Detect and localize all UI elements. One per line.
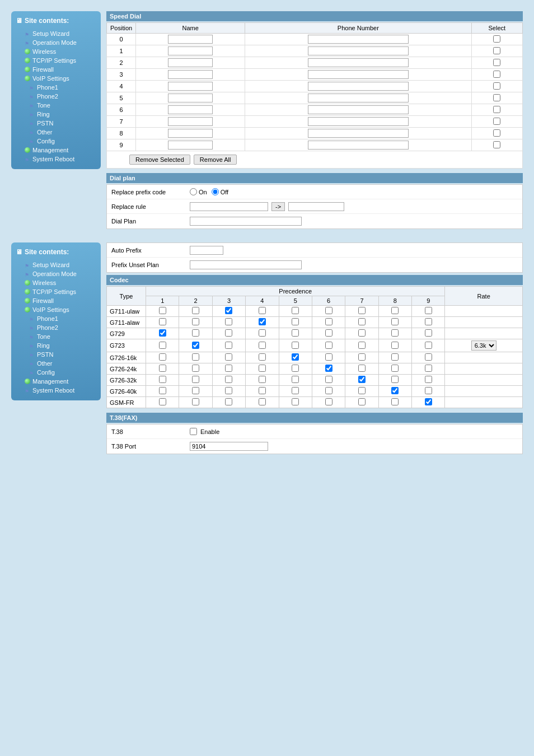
codec-rate-select[interactable]: 6.3k 5.3k	[471, 340, 496, 351]
name-input[interactable]	[168, 94, 213, 102]
codec-checkbox-4-6[interactable]	[358, 353, 366, 361]
codec-checkbox-2-4[interactable]	[292, 329, 299, 337]
replace-rule-input2[interactable]	[288, 202, 344, 211]
codec-checkbox-0-2[interactable]	[225, 307, 232, 314]
codec-checkbox-5-7[interactable]	[391, 365, 399, 372]
sidebar-item-operation-mode[interactable]: Operation Mode	[16, 38, 96, 47]
codec-checkbox-4-5[interactable]	[325, 353, 332, 361]
sidebar-item-system-reboot[interactable]: System Reboot	[16, 155, 96, 164]
codec-checkbox-8-4[interactable]	[292, 398, 299, 405]
sidebar-item-phone1[interactable]: Phone1	[16, 83, 96, 92]
codec-checkbox-0-0[interactable]	[159, 307, 166, 314]
codec-checkbox-3-5[interactable]	[325, 342, 332, 349]
codec-checkbox-8-1[interactable]	[192, 398, 199, 405]
codec-checkbox-2-3[interactable]	[259, 329, 266, 337]
auto-prefix-input[interactable]	[190, 246, 223, 255]
codec-checkbox-7-2[interactable]	[225, 387, 232, 394]
codec-checkbox-5-2[interactable]	[225, 365, 232, 372]
codec-checkbox-0-1[interactable]	[192, 307, 199, 314]
codec-checkbox-4-8[interactable]	[425, 353, 432, 361]
t38-enable-checkbox[interactable]	[190, 428, 197, 435]
select-checkbox[interactable]	[493, 118, 500, 125]
codec-checkbox-2-1[interactable]	[192, 329, 199, 337]
select-checkbox[interactable]	[493, 141, 500, 148]
codec-checkbox-2-5[interactable]	[325, 329, 332, 337]
codec-checkbox-0-6[interactable]	[358, 307, 366, 314]
codec-checkbox-3-8[interactable]	[425, 342, 432, 349]
codec-checkbox-4-7[interactable]	[391, 353, 399, 361]
select-checkbox[interactable]	[493, 94, 500, 101]
sidebar-item-system-reboot[interactable]: System Reboot	[16, 386, 96, 395]
codec-checkbox-2-6[interactable]	[358, 329, 366, 337]
codec-checkbox-8-2[interactable]	[225, 398, 232, 405]
select-checkbox[interactable]	[493, 59, 500, 66]
codec-checkbox-0-8[interactable]	[425, 307, 432, 314]
codec-checkbox-3-2[interactable]	[225, 342, 232, 349]
sidebar-item-phone2[interactable]: Phone2	[16, 92, 96, 101]
codec-checkbox-4-3[interactable]	[259, 353, 266, 361]
codec-checkbox-5-6[interactable]	[358, 365, 366, 372]
codec-checkbox-5-1[interactable]	[192, 365, 199, 372]
phone-input[interactable]	[308, 105, 409, 114]
codec-checkbox-0-4[interactable]	[292, 307, 299, 314]
codec-checkbox-6-8[interactable]	[425, 376, 432, 383]
sidebar-item-voip-settings[interactable]: VoIP Settings	[16, 74, 96, 83]
codec-checkbox-4-2[interactable]	[225, 353, 232, 361]
select-checkbox[interactable]	[493, 106, 500, 113]
codec-checkbox-6-3[interactable]	[259, 376, 266, 383]
codec-checkbox-6-7[interactable]	[391, 376, 399, 383]
codec-checkbox-7-7[interactable]	[391, 387, 399, 394]
codec-checkbox-0-7[interactable]	[391, 307, 399, 314]
phone-input[interactable]	[308, 141, 409, 150]
name-input[interactable]	[168, 117, 213, 126]
codec-checkbox-3-6[interactable]	[358, 342, 366, 349]
dial-plan-input[interactable]	[190, 217, 302, 226]
name-input[interactable]	[168, 82, 213, 91]
codec-checkbox-1-1[interactable]	[192, 318, 199, 325]
codec-checkbox-0-5[interactable]	[325, 307, 332, 314]
name-input[interactable]	[168, 46, 213, 55]
radio-on[interactable]	[190, 188, 197, 195]
codec-checkbox-8-8[interactable]	[425, 398, 432, 405]
sidebar-item-phone1[interactable]: Phone1	[16, 314, 96, 323]
name-input[interactable]	[168, 105, 213, 114]
sidebar-item-tone[interactable]: Tone	[16, 101, 96, 110]
codec-checkbox-2-8[interactable]	[425, 329, 432, 337]
codec-checkbox-3-3[interactable]	[259, 342, 266, 349]
select-checkbox[interactable]	[493, 47, 500, 54]
codec-checkbox-6-1[interactable]	[192, 376, 199, 383]
codec-checkbox-7-8[interactable]	[425, 387, 432, 394]
name-input[interactable]	[168, 70, 213, 79]
sidebar-item-wireless[interactable]: Wireless	[16, 278, 96, 287]
phone-input[interactable]	[308, 94, 409, 102]
codec-checkbox-3-0[interactable]	[159, 342, 166, 349]
sidebar-item-firewall[interactable]: Firewall	[16, 296, 96, 305]
sidebar-item-pstn[interactable]: PSTN	[16, 119, 96, 128]
sidebar-item-voip-settings[interactable]: VoIP Settings	[16, 305, 96, 314]
select-checkbox[interactable]	[493, 71, 500, 78]
replace-rule-input1[interactable]	[190, 202, 268, 211]
codec-checkbox-3-4[interactable]	[292, 342, 299, 349]
name-input[interactable]	[168, 129, 213, 138]
codec-checkbox-5-8[interactable]	[425, 365, 432, 372]
codec-checkbox-1-6[interactable]	[358, 318, 366, 325]
remove-selected-button[interactable]: Remove Selected	[129, 155, 190, 165]
sidebar-item-tcp/ip-settings[interactable]: TCP/IP Settings	[16, 56, 96, 65]
codec-checkbox-1-3[interactable]	[259, 318, 266, 325]
sidebar-item-firewall[interactable]: Firewall	[16, 65, 96, 74]
sidebar-item-management[interactable]: Management	[16, 146, 96, 155]
sidebar-item-other[interactable]: Other	[16, 128, 96, 137]
codec-checkbox-7-5[interactable]	[325, 387, 332, 394]
codec-checkbox-2-7[interactable]	[391, 329, 399, 337]
phone-input[interactable]	[308, 129, 409, 138]
codec-checkbox-7-4[interactable]	[292, 387, 299, 394]
select-checkbox[interactable]	[493, 82, 500, 90]
codec-checkbox-1-7[interactable]	[391, 318, 399, 325]
select-checkbox[interactable]	[493, 129, 500, 137]
name-input[interactable]	[168, 141, 213, 150]
sidebar-item-config[interactable]: Config	[16, 137, 96, 146]
codec-checkbox-2-2[interactable]	[225, 329, 232, 337]
sidebar-item-operation-mode[interactable]: Operation Mode	[16, 269, 96, 278]
codec-checkbox-5-0[interactable]	[159, 365, 166, 372]
remove-all-button[interactable]: Remove All	[194, 155, 237, 165]
